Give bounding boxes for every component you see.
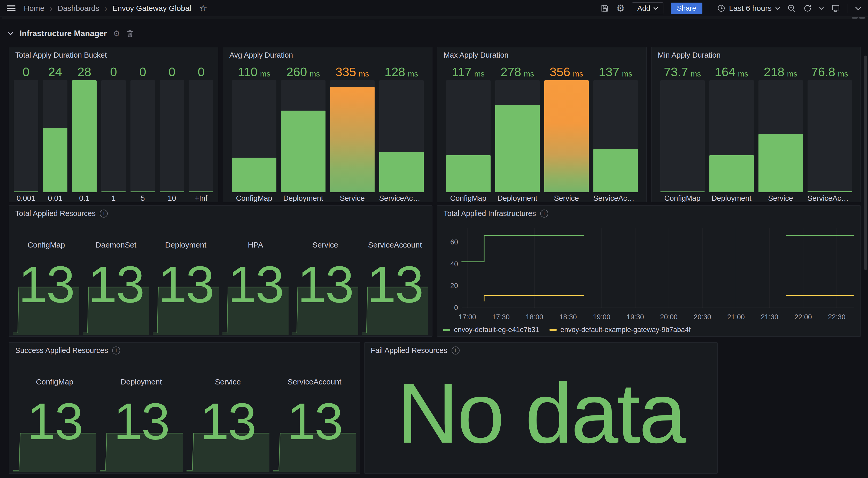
bar-label: Deployment <box>709 192 754 203</box>
no-data-message: No data <box>365 342 717 473</box>
time-range-label: Last 6 hours <box>729 4 772 13</box>
stat-label: Service <box>292 241 358 249</box>
panel-min-apply-duration: Min Apply Duration 73.7ms ConfigMap 164m… <box>651 47 861 202</box>
row-collapse-chevron-icon[interactable] <box>8 32 13 35</box>
svg-text:20: 20 <box>450 282 458 290</box>
refresh-interval-caret-icon[interactable] <box>819 7 824 10</box>
bar-track <box>160 80 184 192</box>
bar-fill <box>232 158 276 192</box>
panel-title[interactable]: Total Applied Infrastructures <box>443 209 536 218</box>
breadcrumb-dashboards[interactable]: Dashboards <box>58 4 99 13</box>
svg-text:21:30: 21:30 <box>761 313 778 321</box>
stat: HPA 13 <box>222 218 288 335</box>
stat-label: Service <box>187 378 270 386</box>
stat-value: 13 <box>13 259 79 310</box>
legend-swatch <box>443 329 450 331</box>
bar-gauge-column: 73.7ms ConfigMap <box>660 60 705 203</box>
bar-track <box>330 80 375 192</box>
bar-gauge-column: 218ms Service <box>758 60 803 203</box>
bar-track <box>660 80 705 192</box>
bar-value: 260ms <box>281 60 326 80</box>
row-title[interactable]: Infrastructure Manager <box>20 29 107 38</box>
bar-track <box>232 80 276 192</box>
panel-title[interactable]: Total Apply Duration Bucket <box>15 51 107 59</box>
bar-label: ServiceAcc… <box>379 192 424 203</box>
panel-success-applied-resources: Success Applied Resources i ConfigMap 13… <box>9 342 361 474</box>
row-delete-trash-icon[interactable] <box>126 30 133 37</box>
panel-title[interactable]: Max Apply Duration <box>443 51 508 59</box>
panel-title[interactable]: Min Apply Duration <box>658 51 720 59</box>
bar-fill <box>379 152 424 192</box>
bar-gauge-column: 76.8ms ServiceAcc… <box>808 60 852 203</box>
info-icon[interactable]: i <box>540 210 548 217</box>
bar-gauge-column: 0 +Inf <box>189 60 213 203</box>
stat-label: ConfigMap <box>13 378 96 386</box>
bar-label: 1 <box>101 192 126 203</box>
svg-text:60: 60 <box>450 238 458 246</box>
stat-value: 13 <box>292 259 358 310</box>
bar-fill <box>758 134 803 192</box>
panel-title[interactable]: Total Applied Resources <box>15 209 96 218</box>
cutoff-panel-edge <box>2 17 866 19</box>
divider <box>710 4 710 13</box>
stat-label: Deployment <box>100 378 183 386</box>
bar-label: 0.1 <box>72 192 97 203</box>
panel-title[interactable]: Avg Apply Duration <box>229 51 293 59</box>
save-icon[interactable] <box>600 4 609 13</box>
panel-title[interactable]: Success Applied Resources <box>15 346 108 355</box>
bar-value: 335ms <box>330 60 375 80</box>
bar-label: ConfigMap <box>446 192 491 203</box>
bar-value: 73.7ms <box>660 60 705 80</box>
tv-mode-icon[interactable] <box>831 4 840 13</box>
share-button[interactable]: Share <box>671 3 703 14</box>
panel-total-apply-duration-bucket: Total Apply Duration Bucket 0 0.001 24 0… <box>9 47 218 202</box>
bar-value: 0 <box>189 60 213 80</box>
bar-value: 0 <box>14 60 38 80</box>
bar-label: ConfigMap <box>660 192 705 203</box>
chevron-down-icon[interactable] <box>855 6 861 10</box>
legend-item[interactable]: envoy-default-eg-e41e7b31 <box>443 326 539 334</box>
star-icon[interactable]: ☆ <box>199 4 207 13</box>
add-button[interactable]: Add <box>632 2 663 14</box>
row-settings-gear-icon[interactable]: ⚙ <box>113 30 120 37</box>
bar-track <box>101 80 126 192</box>
bar-fill <box>130 191 155 192</box>
bar-fill <box>101 191 126 192</box>
cutoff-dash <box>859 17 865 19</box>
bar-gauge-column: 28 0.1 <box>72 60 97 203</box>
bar-fill <box>495 105 540 192</box>
bar-fill <box>660 191 705 192</box>
breadcrumb-home[interactable]: Home <box>24 4 44 13</box>
svg-text:40: 40 <box>450 260 458 268</box>
bar-track <box>379 80 424 192</box>
panel-title[interactable]: Fail Applied Resources <box>371 346 447 355</box>
legend-item[interactable]: envoy-default-example-gateway-9b7aba4f <box>550 326 690 334</box>
vertical-scrollbar-thumb[interactable] <box>864 56 867 270</box>
time-range-picker[interactable]: Last 6 hours <box>717 4 780 13</box>
legend-swatch <box>550 329 557 331</box>
breadcrumb-current: Envoy Gateway Global <box>113 4 191 13</box>
breadcrumb-separator: › <box>49 4 53 13</box>
bar-label: Deployment <box>495 192 540 203</box>
zoom-out-icon[interactable] <box>787 4 796 13</box>
gear-icon[interactable]: ⚙ <box>616 4 625 13</box>
chart-legend: envoy-default-eg-e41e7b31 envoy-default-… <box>443 326 691 334</box>
bar-gauge-column: 356ms Service <box>544 60 589 203</box>
stat-label: ConfigMap <box>13 241 79 249</box>
stat: Deployment 13 <box>153 218 219 335</box>
stat: ServiceAccount 13 <box>362 218 428 335</box>
stat-value: 13 <box>153 259 219 310</box>
info-icon[interactable]: i <box>100 210 108 217</box>
bar-gauge-column: 0 1 <box>101 60 126 203</box>
refresh-icon[interactable] <box>803 4 812 13</box>
menu-icon[interactable] <box>7 5 16 11</box>
stat: Service 13 <box>187 356 270 472</box>
bar-gauge-column: 117ms ConfigMap <box>446 60 491 203</box>
info-icon[interactable]: i <box>452 347 460 355</box>
bar-gauge-column: 278ms Deployment <box>495 60 540 203</box>
panel-total-applied-resources: Total Applied Resources i ConfigMap 13 D… <box>9 205 432 337</box>
divider <box>847 4 848 13</box>
info-icon[interactable]: i <box>112 347 120 355</box>
bar-value: 137ms <box>593 60 638 80</box>
bar-fill <box>72 80 97 192</box>
